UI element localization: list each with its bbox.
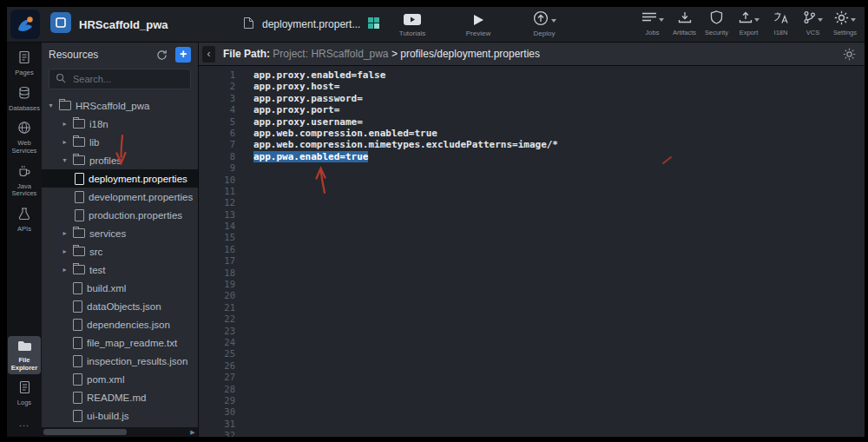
tree-folder-test[interactable]: ▸test bbox=[42, 261, 198, 279]
tree-folder-HRScaffold_pwa[interactable]: ▾HRScaffold_pwa bbox=[42, 96, 198, 115]
folder-icon bbox=[73, 119, 85, 129]
code-line[interactable] bbox=[253, 406, 865, 418]
caret-right-icon[interactable]: ▸ bbox=[61, 138, 69, 146]
code-line[interactable] bbox=[253, 209, 865, 221]
tree-file-inspection_results.json[interactable]: inspection_results.json bbox=[42, 352, 198, 370]
code-line[interactable] bbox=[253, 232, 865, 243]
tree-file-deployment.properties[interactable]: deployment.properties bbox=[42, 169, 198, 188]
code-line[interactable] bbox=[253, 360, 865, 372]
code-editor[interactable]: 1234567891011121314151617181920212223242… bbox=[199, 66, 865, 437]
code-line[interactable] bbox=[253, 419, 865, 430]
tree-folder-src[interactable]: ▸src bbox=[42, 242, 198, 261]
line-number: 28 bbox=[199, 384, 235, 395]
code-line[interactable] bbox=[253, 290, 865, 301]
code-line[interactable] bbox=[253, 255, 865, 267]
vcs-button[interactable]: VCS bbox=[799, 9, 827, 36]
code-line[interactable]: app.proxy.username= bbox=[253, 116, 865, 128]
scroll-right-arrow-icon[interactable]: ▶ bbox=[187, 427, 198, 437]
file-icon bbox=[73, 319, 82, 331]
preview-button[interactable]: Preview bbox=[448, 9, 509, 37]
rail-item-web-services[interactable]: Web Services bbox=[8, 117, 41, 157]
tree-file-file_map_readme.txt[interactable]: file_map_readme.txt bbox=[42, 333, 198, 352]
code-line[interactable]: app.web.compression.mimetypes.excludePat… bbox=[253, 139, 865, 150]
tree-file-README.md[interactable]: README.md bbox=[42, 388, 198, 406]
code-line[interactable] bbox=[253, 186, 865, 197]
code-line[interactable]: app.web.compression.enabled=true bbox=[253, 128, 865, 139]
caret-down-icon[interactable]: ▾ bbox=[61, 156, 69, 164]
security-button[interactable]: Security bbox=[702, 9, 731, 36]
code-line[interactable] bbox=[253, 162, 865, 174]
tree-file-development.properties[interactable]: development.properties bbox=[42, 188, 198, 206]
tree-file-dataObjects.json[interactable]: dataObjects.json bbox=[42, 297, 198, 315]
rail-item-pages[interactable]: Pages bbox=[8, 47, 41, 80]
tree-file-ui-build.js[interactable]: ui-build.js bbox=[42, 406, 198, 425]
rail-item-java-services[interactable]: Java Services bbox=[8, 161, 41, 201]
code-line[interactable] bbox=[253, 267, 865, 279]
tutorials-button[interactable]: Tutorials bbox=[382, 9, 443, 37]
code-line[interactable]: app.proxy.host= bbox=[253, 81, 865, 92]
code-line[interactable] bbox=[253, 348, 865, 360]
caret-right-icon[interactable]: ▸ bbox=[61, 247, 69, 255]
code-line[interactable] bbox=[253, 395, 865, 406]
code-line[interactable] bbox=[253, 244, 865, 255]
code-line[interactable]: app.proxy.port= bbox=[253, 104, 865, 115]
code-line[interactable] bbox=[253, 313, 865, 325]
caret-right-icon[interactable]: ▸ bbox=[61, 229, 69, 237]
rail-more-button[interactable]: ... bbox=[19, 412, 30, 433]
tree-file-production.properties[interactable]: production.properties bbox=[42, 206, 198, 224]
tree-folder-lib[interactable]: ▸lib bbox=[42, 133, 198, 151]
rail-item-databases[interactable]: Databases bbox=[8, 82, 41, 115]
export-button[interactable]: Export bbox=[734, 9, 763, 36]
gear-icon bbox=[834, 10, 849, 29]
code-line[interactable]: app.proxy.password= bbox=[253, 93, 865, 104]
collapse-panel-button[interactable]: ‹ bbox=[202, 46, 215, 63]
rail-item-logs[interactable]: Logs bbox=[8, 377, 41, 410]
tree-folder-profiles[interactable]: ▾profiles bbox=[42, 151, 198, 169]
code-line[interactable] bbox=[253, 430, 865, 437]
code-line[interactable] bbox=[253, 221, 865, 232]
dashboard-grid-icon[interactable] bbox=[368, 16, 379, 32]
code-line[interactable] bbox=[253, 175, 865, 186]
add-resource-button[interactable]: + bbox=[175, 47, 191, 63]
code-line[interactable] bbox=[253, 384, 865, 395]
scrollbar-thumb[interactable] bbox=[43, 429, 127, 435]
rail-item-apis[interactable]: APIs bbox=[8, 203, 41, 236]
pages-icon bbox=[17, 50, 31, 68]
jobs-button[interactable]: Jobs bbox=[638, 9, 667, 36]
caret-down-icon[interactable]: ▾ bbox=[47, 102, 55, 109]
editor-settings-gear-icon[interactable] bbox=[843, 48, 856, 61]
code-line[interactable] bbox=[253, 279, 865, 290]
line-number: 13 bbox=[199, 209, 235, 221]
settings-button[interactable]: Settings bbox=[831, 9, 859, 36]
artifacts-button[interactable]: Artifacts bbox=[670, 9, 699, 36]
line-number: 19 bbox=[199, 279, 235, 290]
code-line[interactable] bbox=[253, 326, 865, 337]
caret-right-icon[interactable]: ▸ bbox=[61, 120, 69, 128]
wavemaker-logo-icon[interactable] bbox=[10, 10, 40, 39]
tree-file-build.xml[interactable]: build.xml bbox=[42, 279, 198, 297]
code-line[interactable] bbox=[253, 337, 865, 348]
left-icon-rail: Pages Databases Web Services Java Servic… bbox=[7, 43, 42, 437]
rail-item-file-explorer[interactable]: File Explorer bbox=[8, 336, 41, 374]
deploy-button[interactable]: Deploy bbox=[514, 9, 575, 37]
code-line[interactable]: app.pwa.enabled=true bbox=[253, 151, 865, 162]
line-number: 27 bbox=[199, 372, 235, 383]
search-input[interactable] bbox=[71, 73, 179, 85]
code-line[interactable]: app.proxy.enabled=false bbox=[253, 69, 865, 81]
code-line[interactable] bbox=[253, 197, 865, 208]
tree-folder-i18n[interactable]: ▸i18n bbox=[42, 115, 198, 133]
i18n-button[interactable]: I18N bbox=[766, 9, 795, 36]
project-chip[interactable]: HRScaffold_pwa bbox=[50, 7, 168, 42]
tree-file-pom.xml[interactable]: pom.xml bbox=[42, 370, 198, 388]
code-line[interactable] bbox=[253, 302, 865, 313]
code-content[interactable]: app.proxy.enabled=falseapp.proxy.host=ap… bbox=[245, 66, 865, 437]
file-tab[interactable]: deployment.propert... bbox=[243, 7, 379, 42]
tree-folder-services[interactable]: ▸services bbox=[42, 224, 198, 242]
main-area: ‹ File Path: Project: HRScaffold_pwa > p… bbox=[199, 43, 865, 437]
tree-horizontal-scrollbar[interactable]: ▶ bbox=[42, 427, 198, 437]
globe-icon bbox=[17, 121, 31, 138]
tree-file-dependencies.json[interactable]: dependencies.json bbox=[42, 315, 198, 333]
refresh-icon[interactable] bbox=[156, 49, 168, 61]
code-line[interactable] bbox=[253, 372, 865, 383]
caret-right-icon[interactable]: ▸ bbox=[61, 266, 69, 274]
